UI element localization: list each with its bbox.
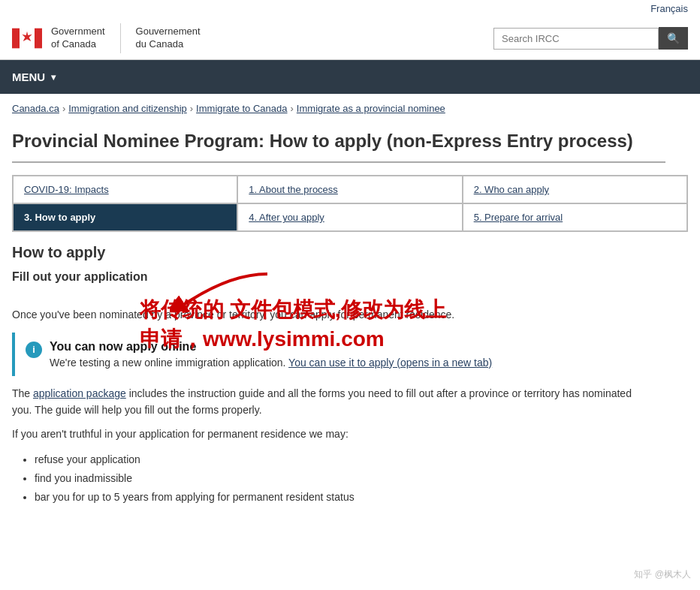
info-text-prefix: We're testing a new online immigration a… (50, 357, 288, 369)
breadcrumb-item-1[interactable]: Canada.ca (12, 103, 59, 114)
breadcrumb: Canada.ca › Immigration and citizenship … (0, 94, 700, 123)
page-title: Provincial Nominee Program: How to apply… (12, 129, 665, 163)
tab-about[interactable]: 1. About the process (237, 176, 462, 203)
tab-about-link[interactable]: 1. About the process (249, 184, 338, 195)
info-box-text: We're testing a new online immigration a… (50, 357, 492, 369)
bullet-list: refuse your application find you inadmis… (35, 450, 641, 507)
bullet-item-2: find you inadmissible (35, 469, 641, 488)
breadcrumb-item-2[interactable]: Immigration and citizenship (68, 103, 187, 114)
chinese-overlay-text: 将传统的 文件包模式,修改为线上 申请，www.lysimmi.com (140, 295, 446, 354)
page-title-section: Provincial Nominee Program: How to apply… (0, 123, 700, 175)
header-divider (120, 23, 121, 53)
tabs-grid: COVID-19: Impacts 1. About the process 2… (12, 175, 688, 232)
application-package-link[interactable]: application package (33, 387, 126, 399)
tab-how-label: 3. How to apply (24, 212, 95, 223)
tab-how[interactable]: 3. How to apply (13, 203, 237, 231)
gov-name-english: Government of Canada (51, 26, 105, 51)
menu-chevron-icon: ▾ (51, 72, 56, 83)
tab-covid-link[interactable]: COVID-19: Impacts (24, 184, 109, 195)
canada-flag-icon (12, 27, 42, 50)
tab-after-link[interactable]: 4. After you apply (249, 212, 324, 223)
info-box-link[interactable]: You can use it to apply (opens in a new … (288, 357, 492, 369)
bullet-item-3: bar you for up to 5 years from applying … (35, 488, 641, 507)
breadcrumb-item-4[interactable]: Immigrate as a provincial nominee (297, 103, 445, 114)
section-title: How to apply (12, 244, 641, 261)
para2-prefix: The (12, 387, 33, 399)
tab-covid[interactable]: COVID-19: Impacts (13, 176, 237, 203)
para3: If you aren't truthful in your applicati… (12, 426, 641, 442)
tab-who-link[interactable]: 2. Who can apply (474, 184, 549, 195)
breadcrumb-sep-1: › (62, 103, 65, 114)
sub-title: Fill out your application (12, 270, 147, 283)
menu-bar: MENU ▾ (0, 60, 700, 94)
breadcrumb-sep-3: › (291, 103, 294, 114)
para2: The application package includes the ins… (12, 385, 641, 419)
search-button[interactable]: 🔍 (659, 27, 688, 50)
search-area: 🔍 (493, 27, 688, 50)
breadcrumb-item-3[interactable]: Immigrate to Canada (196, 103, 287, 114)
menu-button[interactable]: MENU ▾ (12, 60, 56, 94)
tab-prepare-link[interactable]: 5. Prepare for arrival (474, 212, 563, 223)
breadcrumb-sep-2: › (190, 103, 193, 114)
tab-who[interactable]: 2. Who can apply (463, 176, 687, 203)
info-icon: i (26, 342, 42, 358)
search-input[interactable] (493, 28, 659, 50)
menu-label: MENU (12, 71, 45, 83)
gov-name-french: Gouvernement du Canada (136, 26, 201, 51)
tab-prepare[interactable]: 5. Prepare for arrival (463, 203, 687, 231)
tab-after[interactable]: 4. After you apply (237, 203, 462, 231)
language-toggle-link[interactable]: Français (650, 3, 688, 14)
svg-rect-1 (35, 29, 42, 49)
bullet-item-1: refuse your application (35, 450, 641, 469)
main-content: How to apply Fill out your application 将… (0, 232, 653, 526)
svg-rect-0 (12, 29, 20, 49)
header-branding: Government of Canada Gouvernement du Can… (12, 23, 201, 53)
